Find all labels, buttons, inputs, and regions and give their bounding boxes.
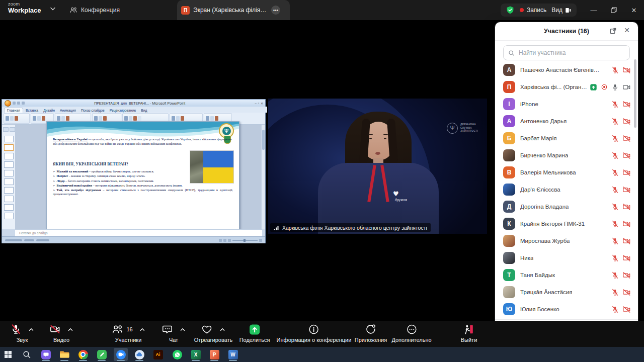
toolbar-label: Звук xyxy=(11,337,34,343)
react-button[interactable]: Отреагировать xyxy=(194,323,233,343)
mic-muted-icon xyxy=(611,66,619,74)
info-button[interactable]: Информация о конференции xyxy=(277,323,352,343)
mic-muted-icon xyxy=(611,101,619,108)
tab-more-icon[interactable]: ••• xyxy=(271,6,280,15)
slide-thumbnail xyxy=(4,196,14,202)
avatar: Ю xyxy=(503,303,515,315)
participant-name: Таня Байдык xyxy=(520,272,555,278)
close-button[interactable]: ✕ xyxy=(624,0,644,20)
chest-badge-text: дружня xyxy=(395,198,407,202)
info-icon xyxy=(308,324,319,335)
brand-zoom: zoom xyxy=(8,2,41,7)
powerpoint-taskbar-icon[interactable]: P xyxy=(207,348,221,361)
people-icon xyxy=(69,7,77,14)
video-name-tag: Харківська філія Харківського обласного … xyxy=(270,223,431,232)
chat-button[interactable]: Чат xyxy=(162,323,186,343)
view-button[interactable]: Вид xyxy=(551,7,572,14)
start-taskbar-icon[interactable] xyxy=(1,348,15,361)
word-taskbar-icon[interactable]: W xyxy=(226,348,240,361)
recording-indicator[interactable]: Запись xyxy=(520,7,546,14)
restore-button[interactable] xyxy=(604,0,624,20)
participant-search[interactable] xyxy=(503,45,630,60)
camera-off-icon xyxy=(622,134,631,143)
chevron-up-icon[interactable] xyxy=(140,328,145,331)
excel-taskbar-icon[interactable]: X xyxy=(189,348,203,361)
audio-button[interactable]: Звук xyxy=(11,323,34,343)
viber-taskbar-icon[interactable] xyxy=(39,348,53,361)
chevron-up-icon[interactable] xyxy=(68,328,73,331)
participant-row[interactable]: ВВалерія Мельникова xyxy=(495,164,638,181)
explorer-taskbar-icon[interactable] xyxy=(57,348,71,361)
slide-thumbnail xyxy=(4,170,14,176)
security-shield-icon[interactable] xyxy=(506,6,515,15)
employment-service-icon: Ψ xyxy=(447,123,458,134)
video-button[interactable]: Видео xyxy=(50,323,73,343)
share-button[interactable]: Поделиться xyxy=(239,323,270,343)
camera-on-icon xyxy=(622,83,631,92)
ppt-ribbon-tab: Главная xyxy=(4,108,23,113)
speaker-person: ♥ дружня xyxy=(268,99,487,234)
participants-title: Участники (16) xyxy=(544,28,589,35)
mic-on-icon xyxy=(611,83,619,91)
close-panel-icon[interactable]: ✕ xyxy=(624,26,630,34)
minimize-button[interactable]: — xyxy=(584,0,604,20)
participant-row[interactable]: Трøцкâя Âнастäсия xyxy=(495,284,638,301)
chevron-up-icon[interactable] xyxy=(180,328,186,331)
leave-button[interactable]: Выйти xyxy=(461,323,477,343)
zoom-taskbar-icon[interactable] xyxy=(114,348,128,361)
participant-row[interactable]: ККрайня Вікторія ПМК-31 xyxy=(495,215,638,232)
participants-button[interactable]: 16Участники xyxy=(111,323,145,343)
mic-muted-icon xyxy=(611,272,619,279)
ppt-scrollbar-thumb xyxy=(262,130,265,150)
whatsapp-taskbar-icon[interactable] xyxy=(170,348,184,361)
tab-conference[interactable]: Конференция xyxy=(69,0,120,20)
zoom-workplace-logo[interactable]: zoom Workplace xyxy=(8,2,41,14)
participant-row[interactable]: ПХарківська фі... (Организатор) xyxy=(495,78,638,96)
quick-access-icon xyxy=(17,102,20,105)
participant-row[interactable]: АПашечко Анастасія Євгенівна (Я) xyxy=(495,61,638,78)
participant-row[interactable]: Мирослава Журба xyxy=(495,232,638,249)
chrome-taskbar-icon[interactable] xyxy=(76,348,90,361)
mic-muted-icon xyxy=(611,152,619,159)
participant-row[interactable]: Бирченко Марина xyxy=(495,147,638,164)
slide-thumbnail xyxy=(4,187,14,194)
participant-name: Антоненко Дарья xyxy=(520,118,567,124)
notes-taskbar-icon[interactable] xyxy=(95,348,109,361)
ppt-notes-area: Нотатки до слайда xyxy=(15,229,262,236)
participants-list: АПашечко Анастасія Євгенівна (Я)ПХарківс… xyxy=(495,61,638,320)
apps-button[interactable]: Приложения xyxy=(355,323,387,343)
participant-row[interactable]: IiPhone xyxy=(495,96,638,113)
more-button[interactable]: Дополнительно xyxy=(391,323,431,343)
search-taskbar-icon[interactable] xyxy=(20,348,34,361)
popout-icon[interactable] xyxy=(609,27,617,35)
avatar xyxy=(503,235,515,247)
illustrator-taskbar-icon[interactable]: Ai xyxy=(151,348,165,361)
tab-screen-label: Экран (Харківська філія Харківс xyxy=(193,7,268,14)
toolbar-label: Приложения xyxy=(355,337,387,343)
ppt-ribbon-group xyxy=(4,113,30,124)
search-input[interactable] xyxy=(518,49,625,57)
participant-row[interactable]: ТТаня Байдык xyxy=(495,266,638,284)
ppt-titlebar: ПРЕЗЕНТАЦІЯ_для_ВЕТЕРАНІ... - Microsoft … xyxy=(2,100,265,107)
participant-row[interactable]: ААнтоненко Дарья xyxy=(495,113,638,130)
participant-name: Пашечко Анастасія Євгенівна (Я) xyxy=(520,67,600,73)
participant-row[interactable]: ЮЮлия Босенко xyxy=(495,301,638,318)
chevron-down-icon[interactable] xyxy=(50,7,55,11)
chevron-up-icon[interactable] xyxy=(220,328,225,331)
window-titlebar: zoom Workplace Конференция П Экран (Харк… xyxy=(0,0,644,20)
chevron-up-icon[interactable] xyxy=(29,328,34,331)
ppt-slide-canvas: Ψ Ветеран війни в Україні — це особа, як… xyxy=(15,125,262,229)
panel-scrollbar-thumb[interactable] xyxy=(634,59,636,128)
ppt-window-title: ПРЕЗЕНТАЦІЯ_для_ВЕТЕРАНІ... - Microsoft … xyxy=(25,102,255,105)
participant-row[interactable]: ДДорогіна Владана xyxy=(495,198,638,215)
camera-off-icon xyxy=(622,271,631,280)
tab-screen-share[interactable]: П Экран (Харківська філія Харківс ••• xyxy=(177,0,290,20)
participant-row[interactable]: ББарбат Марія xyxy=(495,130,638,147)
participant-row[interactable]: Ника xyxy=(495,249,638,266)
toolbar-label: Отреагировать xyxy=(194,337,233,343)
mic-muted-icon xyxy=(611,254,619,262)
slide-heading: ЯКИЙ ВІН, УКРАЇНСЬКИЙ ВЕТЕРАН? xyxy=(53,162,128,166)
slide-thumbnail xyxy=(4,178,14,185)
participant-row[interactable]: Дар'я Єлісєєва xyxy=(495,181,638,198)
cloud-app-taskbar-icon[interactable] xyxy=(132,348,146,361)
